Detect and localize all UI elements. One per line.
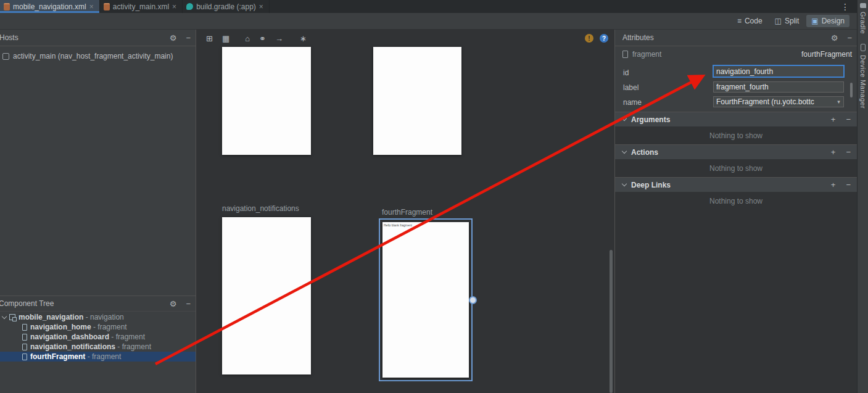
hosts-panel-header: Hosts ⚙ − (0, 30, 196, 46)
tab-label: mobile_navigation.xml (13, 2, 86, 11)
hide-icon[interactable]: − (186, 33, 191, 43)
chevron-down-icon (622, 149, 627, 154)
gear-icon[interactable]: ⚙ (170, 299, 177, 308)
more-options-icon[interactable]: ⋮ (841, 2, 857, 12)
link-icon[interactable]: ⚭ (259, 34, 266, 43)
attributes-empty-area (615, 210, 857, 393)
fragment-preview-dashboard[interactable] (373, 47, 461, 155)
design-scrollbar[interactable] (610, 250, 613, 393)
hosts-panel-title: Hosts (0, 33, 19, 42)
attributes-header: Attributes ⚙ − (615, 30, 857, 46)
editor-tab-bar: mobile_navigation.xml × activity_main.xm… (0, 0, 857, 13)
host-list-item[interactable]: activity_main (nav_host_fragment_activit… (0, 46, 196, 60)
tree-item-name: navigation_notifications (30, 342, 115, 351)
navigation-graph-icon (9, 314, 15, 320)
xml-file-icon (104, 3, 110, 10)
close-icon[interactable]: × (259, 2, 263, 11)
fragment-icon (22, 344, 27, 350)
fragment-preview-notifications[interactable] (222, 217, 311, 374)
chevron-down-icon[interactable] (2, 313, 7, 318)
chevron-down-icon (622, 116, 627, 121)
help-icon[interactable]: ? (600, 34, 608, 43)
design-icon: ▣ (811, 17, 818, 25)
remove-icon[interactable]: − (846, 180, 851, 189)
hide-icon[interactable]: − (847, 33, 852, 43)
tab-build-gradle[interactable]: build.gradle (:app) × (183, 0, 270, 13)
tree-item-navigation-home[interactable]: navigation_home - fragment (0, 322, 196, 332)
close-icon[interactable]: × (89, 2, 94, 11)
chevron-down-icon: ▾ (834, 99, 843, 105)
action-handle-icon[interactable] (469, 296, 477, 304)
tree-item-type: - fragment (91, 323, 127, 331)
attribute-sections: Arguments + − Nothing to show Actions + … (615, 112, 857, 210)
action-arrow-icon[interactable]: → (275, 34, 283, 43)
section-title: Deep Links (631, 181, 671, 189)
add-destination-icon[interactable]: ⊞ (206, 34, 213, 43)
auto-arrange-icon[interactable]: ∗ (300, 34, 307, 43)
design-view-button[interactable]: ▣ Design (806, 15, 849, 27)
id-field-label: id (623, 68, 629, 77)
code-view-button[interactable]: ≡ Code (732, 15, 767, 27)
hide-icon[interactable]: − (186, 299, 191, 308)
gradle-icon[interactable] (860, 3, 866, 8)
add-icon[interactable]: + (831, 147, 836, 157)
design-toolbar: ⊞ ▦ ⌂ ⚭ → ∗ ! ? (196, 30, 614, 47)
close-icon[interactable]: × (172, 2, 176, 11)
add-icon[interactable]: + (831, 115, 836, 124)
section-actions-header[interactable]: Actions + − (615, 144, 857, 159)
code-view-label: Code (745, 17, 763, 25)
add-icon[interactable]: + (831, 180, 836, 189)
fragment-icon (22, 324, 27, 331)
tree-item-type: - navigation (83, 313, 123, 321)
gradle-tool-button[interactable]: Gradle (859, 12, 867, 34)
device-manager-tool-button[interactable]: Device Manager (859, 55, 867, 109)
tab-label: activity_main.xml (113, 2, 169, 11)
fragment-preview-fourthfragment-selected[interactable]: Hello blank fragment (379, 218, 473, 381)
remove-icon[interactable]: − (846, 115, 851, 124)
chevron-down-icon (622, 181, 627, 186)
tree-item-name: navigation_dashboard (30, 333, 109, 341)
warnings-icon[interactable]: ! (585, 34, 593, 43)
tree-item-fourthfragment[interactable]: fourthFragment - fragment (0, 352, 196, 362)
design-view-label: Design (822, 17, 845, 25)
split-icon: ◫ (775, 17, 782, 25)
tree-item-navigation-notifications[interactable]: navigation_notifications - fragment (0, 342, 196, 352)
gear-icon[interactable]: ⚙ (831, 33, 838, 43)
section-arguments-header[interactable]: Arguments + − (615, 112, 857, 126)
attributes-panel: Attributes ⚙ − fragment fourthFragment i… (615, 30, 857, 393)
component-tree-title: Component Tree (0, 299, 54, 308)
remove-icon[interactable]: − (846, 147, 851, 157)
xml-file-icon (4, 3, 10, 10)
tree-item-type: - fragment (115, 342, 151, 351)
split-view-button[interactable]: ◫ Split (770, 15, 804, 27)
name-dropdown[interactable]: FourthFragment (ru.yotc.bottc ▾ (713, 96, 844, 107)
gear-icon[interactable]: ⚙ (170, 33, 177, 43)
tree-item-navigation-dashboard[interactable]: navigation_dashboard - fragment (0, 332, 196, 342)
nav-host-icon (2, 53, 9, 60)
tab-label: build.gradle (:app) (196, 2, 256, 11)
home-icon[interactable]: ⌂ (245, 34, 250, 43)
nested-graph-icon[interactable]: ▦ (222, 34, 229, 43)
destination-label-notifications: navigation_notifications (222, 204, 299, 213)
fragment-preview-home[interactable] (222, 47, 311, 155)
android-studio-window: mobile_navigation.xml × activity_main.xm… (0, 0, 868, 393)
fragment-preview-fourthfragment[interactable]: Hello blank fragment (382, 222, 469, 378)
tree-item-mobile-navigation[interactable]: mobile_navigation - navigation (0, 312, 196, 322)
id-input[interactable] (713, 65, 845, 78)
name-field-label: name (623, 98, 642, 107)
section-empty-message: Nothing to show (615, 192, 857, 210)
view-mode-bar: ≡ Code ◫ Split ▣ Design (0, 13, 857, 30)
tab-activity-main-xml[interactable]: activity_main.xml × (100, 0, 183, 13)
attributes-title: Attributes (622, 33, 654, 42)
label-input[interactable] (713, 81, 844, 93)
design-surface[interactable]: ⊞ ▦ ⌂ ⚭ → ∗ ! ? navigation_notifications… (196, 30, 615, 393)
attributes-scrollbar[interactable] (850, 83, 853, 97)
tab-mobile-navigation-xml[interactable]: mobile_navigation.xml × (0, 0, 100, 13)
fragment-icon (22, 334, 27, 341)
fragment-icon (22, 354, 27, 360)
tree-item-type: - fragment (109, 333, 145, 341)
section-deep-links-header[interactable]: Deep Links + − (615, 177, 857, 192)
name-dropdown-value: FourthFragment (ru.yotc.bottc (716, 97, 814, 106)
split-view-label: Split (785, 17, 799, 25)
device-manager-icon[interactable] (861, 44, 866, 51)
